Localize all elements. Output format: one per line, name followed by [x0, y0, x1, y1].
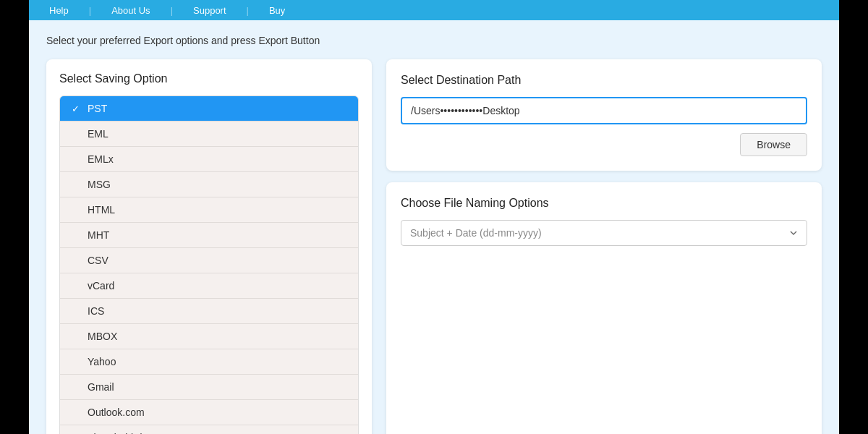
left-panel: Select Saving Option ✓PSTEMLEMLxMSGHTMLM…: [46, 59, 372, 434]
nav-about[interactable]: About Us: [106, 2, 156, 19]
saving-option-item-yahoo[interactable]: Yahoo: [60, 349, 358, 375]
file-naming-title: Choose File Naming Options: [401, 197, 807, 210]
saving-option-item-csv[interactable]: CSV: [60, 248, 358, 273]
file-naming-select[interactable]: Subject + Date (dd-mm-yyyy)Subject onlyD…: [401, 220, 807, 246]
option-label-vcard: vCard: [88, 280, 114, 292]
saving-option-list: ✓PSTEMLEMLxMSGHTMLMHTCSVvCardICSMBOXYaho…: [59, 95, 359, 434]
file-naming-panel: Choose File Naming Options Subject + Dat…: [386, 182, 822, 434]
destination-input-wrapper: [401, 97, 807, 124]
browse-row: Browse: [401, 133, 807, 156]
right-column: Select Destination Path Browse Choose Fi…: [386, 59, 822, 434]
saving-option-item-ics[interactable]: ICS: [60, 299, 358, 324]
option-label-yahoo: Yahoo: [88, 356, 116, 367]
saving-option-item-gmail[interactable]: Gmail: [60, 375, 358, 400]
saving-option-title: Select Saving Option: [59, 72, 359, 85]
nav-buy[interactable]: Buy: [263, 2, 291, 19]
panels-row: Select Saving Option ✓PSTEMLEMLxMSGHTMLM…: [46, 59, 822, 434]
destination-path-input[interactable]: [401, 97, 807, 124]
option-label-mht: MHT: [88, 229, 109, 241]
saving-option-item-outlook[interactable]: Outlook.com: [60, 400, 358, 425]
option-label-pst: PST: [88, 103, 107, 114]
option-label-eml: EML: [88, 128, 109, 140]
option-label-gmail: Gmail: [88, 381, 114, 393]
option-label-emlx: EMLx: [88, 153, 114, 165]
option-label-html: HTML: [88, 204, 115, 216]
nav-help[interactable]: Help: [43, 2, 75, 19]
nav-support[interactable]: Support: [187, 2, 232, 19]
saving-option-item-thunderbird[interactable]: Thunderbird: [60, 425, 358, 434]
saving-option-item-html[interactable]: HTML: [60, 197, 358, 223]
option-label-mbox: MBOX: [88, 331, 117, 342]
browse-button[interactable]: Browse: [740, 133, 807, 156]
check-mark-pst: ✓: [72, 103, 82, 114]
destination-title: Select Destination Path: [401, 74, 807, 87]
saving-option-item-msg[interactable]: MSG: [60, 172, 358, 197]
saving-option-item-pst[interactable]: ✓PST: [60, 96, 358, 122]
top-nav: Help | About Us | Support | Buy: [29, 0, 839, 20]
saving-option-item-mbox[interactable]: MBOX: [60, 324, 358, 349]
option-label-msg: MSG: [88, 179, 111, 190]
option-label-ics: ICS: [88, 305, 104, 317]
destination-path-panel: Select Destination Path Browse: [386, 59, 822, 171]
saving-option-item-vcard[interactable]: vCard: [60, 273, 358, 299]
saving-option-item-emlx[interactable]: EMLx: [60, 147, 358, 172]
option-label-outlook: Outlook.com: [88, 407, 145, 418]
option-label-csv: CSV: [88, 255, 109, 266]
saving-option-item-mht[interactable]: MHT: [60, 223, 358, 248]
instruction-text: Select your preferred Export options and…: [46, 35, 822, 46]
saving-option-item-eml[interactable]: EML: [60, 122, 358, 147]
